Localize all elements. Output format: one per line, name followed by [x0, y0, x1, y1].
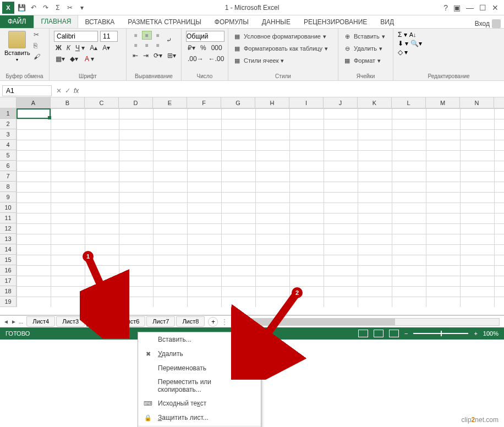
select-all-corner[interactable] — [0, 97, 17, 108]
cut-button[interactable]: ✂ — [34, 31, 42, 40]
conditional-format-button[interactable]: ▦Условное форматирование ▾ — [233, 31, 333, 42]
align-middle-button[interactable]: ≡ — [142, 31, 152, 40]
qat-more-icon[interactable]: ▾ — [77, 3, 87, 13]
increase-indent-button[interactable]: ⇥ — [141, 51, 150, 61]
format-painter-button[interactable]: 🖌 — [34, 53, 42, 62]
italic-button[interactable]: К — [65, 43, 72, 53]
maximize-icon[interactable]: ☐ — [479, 3, 486, 12]
tab-layout[interactable]: РАЗМЕТКА СТРАНИЦЫ — [121, 16, 208, 28]
row-header[interactable]: 6 — [0, 161, 17, 171]
row-header[interactable]: 7 — [0, 171, 17, 182]
menu-move-copy[interactable]: Переместить или скопировать... — [138, 375, 261, 396]
row-header[interactable]: 9 — [0, 192, 17, 202]
comma-button[interactable]: 000 — [210, 43, 224, 53]
formula-input[interactable] — [83, 85, 504, 96]
row-header[interactable]: 14 — [0, 244, 17, 255]
column-header[interactable]: L — [392, 97, 426, 108]
zoom-out-button[interactable]: − — [404, 330, 408, 337]
font-color-button[interactable]: A▾ — [81, 54, 96, 64]
column-header[interactable]: M — [426, 97, 460, 108]
format-cells-button[interactable]: ▦Формат ▾ — [343, 55, 388, 66]
row-header[interactable]: 16 — [0, 265, 17, 276]
column-header[interactable]: H — [255, 97, 289, 108]
row-header[interactable]: 1 — [0, 108, 17, 119]
page-break-view-icon[interactable] — [389, 330, 399, 337]
font-name-select[interactable] — [54, 31, 98, 42]
cells-area[interactable] — [17, 108, 504, 307]
row-header[interactable]: 8 — [0, 182, 17, 192]
sheet-tab[interactable]: Лист4 — [26, 316, 55, 327]
zoom-slider[interactable] — [413, 333, 468, 334]
row-header[interactable]: 13 — [0, 234, 17, 244]
row-header[interactable]: 2 — [0, 119, 17, 129]
row-header[interactable]: 4 — [0, 140, 17, 150]
undo-icon[interactable]: ↶ — [29, 3, 39, 13]
orientation-button[interactable]: ⟳▾ — [152, 51, 164, 61]
row-header[interactable]: 19 — [0, 297, 17, 307]
decrease-decimal-button[interactable]: ←.00 — [207, 54, 226, 64]
tab-view[interactable]: ВИД — [374, 16, 401, 28]
tab-data[interactable]: ДАННЫЕ — [255, 16, 297, 28]
wrap-text-button[interactable]: ⤶ — [165, 35, 173, 45]
page-layout-view-icon[interactable] — [374, 330, 384, 337]
tab-home[interactable]: ГЛАВНАЯ — [34, 15, 78, 28]
sheet-nav-next-icon[interactable]: ► — [11, 319, 17, 325]
horizontal-scrollbar[interactable] — [239, 318, 500, 326]
row-header[interactable]: 3 — [0, 129, 17, 140]
cell-styles-button[interactable]: ▦Стили ячеек ▾ — [233, 55, 333, 66]
zoom-in-button[interactable]: + — [474, 330, 477, 337]
menu-view-code[interactable]: ⌨Исходный текст — [138, 396, 261, 410]
autosum-icon[interactable]: Σ — [53, 3, 63, 13]
row-header[interactable]: 5 — [0, 150, 17, 161]
tab-insert[interactable]: ВСТАВКА — [78, 16, 121, 28]
accept-formula-icon[interactable]: ✓ — [65, 87, 70, 95]
paste-button[interactable]: Вставить ▾ — [4, 31, 30, 73]
align-center-button[interactable]: ≡ — [142, 41, 152, 50]
save-icon[interactable]: 💾 — [17, 3, 26, 13]
cut-icon[interactable]: ✂ — [65, 3, 75, 13]
align-left-button[interactable]: ≡ — [131, 41, 141, 50]
currency-button[interactable]: ₽▾ — [186, 43, 197, 53]
active-cell[interactable] — [17, 108, 51, 119]
column-header[interactable]: C — [85, 97, 119, 108]
column-header[interactable]: E — [153, 97, 187, 108]
column-header[interactable]: B — [51, 97, 85, 108]
percent-button[interactable]: % — [199, 43, 208, 53]
minimize-icon[interactable]: — — [466, 3, 474, 12]
row-header[interactable]: 12 — [0, 223, 17, 234]
row-header[interactable]: 11 — [0, 213, 17, 223]
sort-filter-button[interactable]: A↓ — [409, 31, 417, 38]
help-icon[interactable]: ? — [443, 3, 448, 12]
delete-cells-button[interactable]: ⊖Удалить ▾ — [343, 43, 388, 54]
column-header[interactable]: I — [289, 97, 324, 108]
shrink-font-button[interactable]: A▾ — [101, 43, 112, 53]
bold-button[interactable]: Ж — [54, 43, 63, 53]
decrease-indent-button[interactable]: ⇤ — [131, 51, 140, 61]
row-header[interactable]: 15 — [0, 255, 17, 265]
sheet-tab[interactable]: Лист7 — [146, 316, 175, 327]
underline-button[interactable]: Ч ▾ — [74, 43, 86, 53]
merge-button[interactable]: ⊞▾ — [166, 51, 178, 61]
add-sheet-button[interactable]: + — [208, 317, 218, 327]
find-button[interactable]: 🔍▾ — [410, 40, 422, 47]
normal-view-icon[interactable] — [358, 330, 368, 337]
border-button[interactable]: ▦▾ — [54, 54, 67, 64]
autosum-button[interactable]: Σ ▾ — [398, 31, 407, 39]
menu-protect[interactable]: 🔒Защитить лист... — [138, 410, 261, 425]
row-header[interactable]: 18 — [0, 286, 17, 297]
sheet-nav-prev-icon[interactable]: ◄ — [3, 319, 9, 325]
sheet-tab[interactable]: Лист3 — [56, 316, 85, 327]
grow-font-button[interactable]: A▴ — [88, 43, 99, 53]
cancel-formula-icon[interactable]: ✕ — [56, 87, 62, 95]
sheet-tab[interactable]: Лист8 — [176, 316, 205, 327]
tab-file[interactable]: ФАЙЛ — [0, 15, 34, 28]
zoom-level[interactable]: 100% — [483, 330, 498, 337]
menu-delete[interactable]: ✖Удалить — [138, 347, 261, 361]
column-header[interactable]: D — [119, 97, 153, 108]
tab-review[interactable]: РЕЦЕНЗИРОВАНИЕ — [297, 16, 374, 28]
sheet-nav-dots[interactable]: ... — [19, 319, 23, 325]
format-as-table-button[interactable]: ▦Форматировать как таблицу ▾ — [233, 43, 333, 54]
number-format-select[interactable] — [186, 31, 224, 42]
column-header[interactable]: K — [358, 97, 392, 108]
column-header[interactable]: J — [324, 97, 358, 108]
